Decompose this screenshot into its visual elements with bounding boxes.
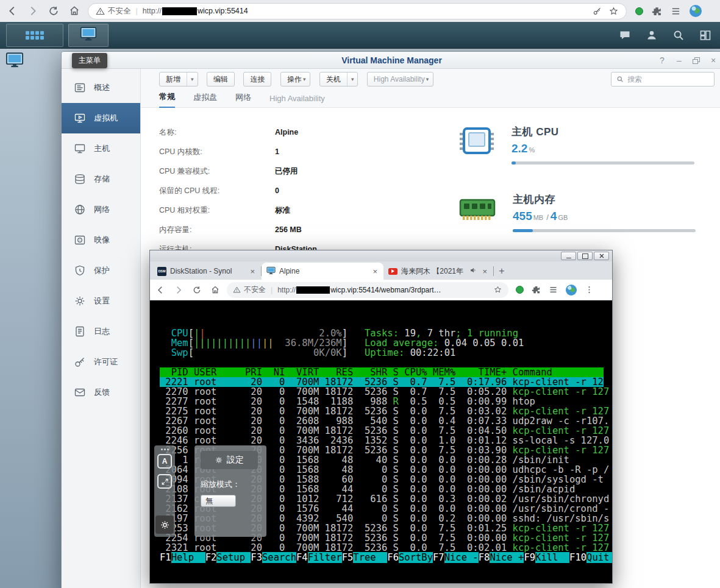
detail-label: 保留的 CPU 线程: [159, 186, 275, 196]
puzzle-extension-icon[interactable] [652, 6, 662, 16]
list-extension-icon[interactable] [549, 285, 558, 294]
detail-value: 256 MB [275, 225, 302, 234]
user-account-icon[interactable] [646, 29, 658, 41]
vnc-settings-gear-icon[interactable] [155, 515, 174, 534]
high-availability-button[interactable]: High Availability [367, 72, 433, 87]
tab-virtual-disk[interactable]: 虚拟盘 [193, 92, 217, 107]
taskbar-tray [619, 29, 711, 41]
puzzle-extension-icon[interactable] [532, 285, 541, 294]
edit-button[interactable]: 编辑 [207, 72, 235, 87]
sidebar-item-license[interactable]: 许可证 [62, 347, 140, 377]
detail-label: 名称: [159, 127, 275, 138]
password-key-icon[interactable] [592, 6, 602, 16]
notifications-chat-icon[interactable] [619, 29, 631, 41]
add-button[interactable]: 新增 [159, 72, 198, 87]
tab-general[interactable]: 常规 [159, 91, 175, 108]
back-icon[interactable] [152, 282, 168, 298]
htop-line: Mem[|||||||||||||| 36.8M/236M] Load aver… [160, 338, 604, 348]
url-scheme: http:// [277, 286, 296, 294]
tab-high-availability[interactable]: High Availability [269, 94, 325, 107]
sidebar-item-image[interactable]: 映像 [62, 225, 140, 255]
vmm-titlebar[interactable]: Virtual Machine Manager ? – × [62, 52, 720, 69]
list-extension-icon[interactable] [671, 6, 681, 16]
vmm-search-box[interactable] [611, 72, 715, 87]
help-button[interactable]: ? [658, 55, 666, 65]
reload-icon[interactable] [189, 282, 205, 298]
tab-diskstation[interactable]: DSM DiskStation - Synol × [152, 263, 261, 280]
restore-button[interactable] [693, 57, 700, 63]
sidebar-label: 反馈 [94, 387, 110, 398]
action-button[interactable]: 操作 [280, 72, 311, 87]
add-dropdown-caret-icon[interactable] [187, 73, 198, 86]
htop-line: 2221 root 20 0 700M 18172 5236 S 0.7 7.5… [160, 377, 604, 387]
close-button[interactable]: × [710, 55, 717, 65]
vnc-settings-button[interactable]: 設定 [201, 451, 258, 469]
power-off-button[interactable]: 关机 [319, 72, 358, 87]
home-icon[interactable] [66, 2, 83, 19]
tab-close-icon[interactable]: × [481, 267, 488, 276]
widgets-icon[interactable] [699, 29, 711, 41]
htop-line: 2267 root 20 0 2608 988 540 S 0.0 0.4 0:… [160, 416, 604, 426]
browser-menu-icon[interactable] [585, 285, 594, 294]
green-extension-icon[interactable] [635, 7, 643, 15]
sidebar-item-network[interactable]: 网络 [62, 194, 140, 225]
url-redaction-box [162, 7, 197, 15]
sidebar-label: 保护 [94, 265, 110, 276]
bookmark-star-icon[interactable] [608, 6, 619, 16]
main-menu-button[interactable] [6, 24, 63, 47]
htop-line: 2260 root 20 0 700M 18172 5236 S 0.0 7.5… [160, 426, 604, 436]
sidebar-item-overview[interactable]: 概述 [62, 73, 140, 103]
profile-avatar[interactable] [566, 285, 577, 296]
tab-close-icon[interactable]: × [371, 267, 379, 276]
window-close-button[interactable] [594, 252, 609, 260]
sidebar-item-settings[interactable]: 设置 [62, 286, 140, 316]
dsm-taskbar [0, 22, 720, 49]
address-bar[interactable]: 不安全 | http:// wicp.vip:55414/webman/3rdp… [227, 282, 508, 298]
sidebar-label: 映像 [94, 235, 110, 246]
vnc-drag-handle[interactable] [161, 448, 169, 450]
search-icon[interactable] [672, 29, 685, 41]
search-input[interactable] [627, 75, 709, 83]
vnc-keys-button[interactable]: A [157, 454, 172, 469]
security-label[interactable]: 不安全 [108, 6, 131, 16]
new-tab-button[interactable]: + [494, 263, 510, 279]
security-label[interactable]: 不安全 [244, 285, 266, 295]
home-icon[interactable] [207, 282, 223, 298]
ha-dropdown-caret-icon [426, 76, 433, 82]
sidebar-item-feedback[interactable]: 反馈 [62, 377, 140, 408]
connect-button[interactable]: 连接 [243, 72, 271, 87]
tab-alpine[interactable]: Alpine × [262, 263, 383, 280]
vmm-taskbar-button[interactable] [68, 24, 109, 47]
log-document-icon [74, 325, 86, 338]
sidebar-item-storage[interactable]: 存储 [62, 164, 140, 194]
tab-audio-icon[interactable] [469, 266, 477, 276]
tab-close-icon[interactable]: × [249, 267, 256, 276]
scale-mode-select[interactable]: 無 [201, 495, 236, 507]
vnc-fullscreen-icon[interactable] [157, 474, 172, 489]
bookmark-star-icon[interactable] [493, 285, 502, 294]
vmm-sidebar: 概述 虚拟机 主机 存储 网络 映像 保护 设置 日志 许可证 反馈 [62, 69, 141, 588]
forward-icon[interactable] [171, 282, 187, 298]
reload-icon[interactable] [45, 2, 62, 19]
host-cpu-title: 主机 CPU [511, 125, 694, 139]
profile-avatar[interactable] [690, 5, 702, 17]
inner-window-titlebar[interactable] [150, 250, 612, 261]
vmm-tab-strip: 常规 虚拟盘 网络 High Availability [141, 90, 720, 108]
green-extension-icon[interactable] [516, 286, 524, 294]
sidebar-item-protection[interactable]: 保护 [62, 255, 140, 286]
vnc-console[interactable]: CPU[|| 2.0%] Tasks: 19, 7 thr; 1 running… [150, 300, 612, 583]
sidebar-item-virtual-machine[interactable]: 虚拟机 [62, 103, 140, 133]
forward-icon[interactable] [24, 2, 41, 19]
back-icon[interactable] [4, 2, 21, 19]
address-bar[interactable]: 不安全 | http:// wicp.vip:55414 [88, 3, 627, 19]
sidebar-item-host[interactable]: 主机 [62, 133, 140, 164]
vmm-desktop-shortcut-icon[interactable] [5, 52, 24, 71]
power-dropdown-caret-icon[interactable] [347, 73, 358, 86]
minimize-button[interactable]: – [675, 55, 683, 65]
tab-network[interactable]: 网络 [235, 92, 251, 107]
tab-youtube[interactable]: 海来阿木 【2021年 × [383, 263, 493, 280]
window-minimize-button[interactable] [561, 252, 576, 260]
host-memory-progress [513, 229, 696, 232]
sidebar-item-log[interactable]: 日志 [62, 316, 140, 347]
window-maximize-button[interactable] [577, 252, 593, 260]
